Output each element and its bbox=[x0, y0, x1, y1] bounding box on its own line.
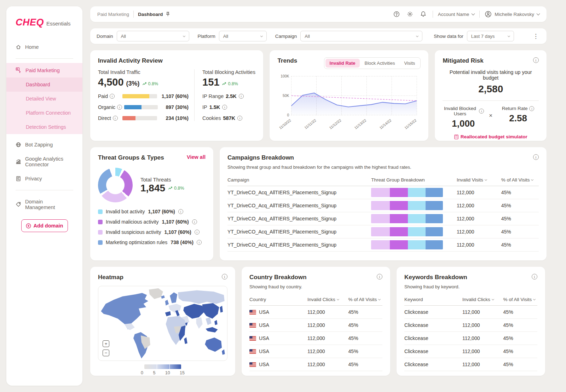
bar-track bbox=[122, 94, 157, 98]
table-row: USA 112,000 45% bbox=[249, 345, 382, 358]
period-select[interactable]: Last 7 days bbox=[467, 31, 514, 41]
more-options-icon[interactable]: ⋮ bbox=[531, 33, 540, 40]
sidebar-item-ga-connector[interactable]: Google Analytics Connector bbox=[6, 152, 82, 172]
zoom-in-button[interactable]: + bbox=[103, 340, 109, 347]
world-map[interactable]: + − bbox=[98, 286, 227, 361]
breadcrumb-paid-marketing[interactable]: Paid Marketing bbox=[97, 12, 129, 17]
total-blocking-value: 151 bbox=[202, 76, 219, 88]
info-icon[interactable] bbox=[479, 109, 484, 114]
risk-col-value: 1,000 bbox=[443, 118, 484, 129]
domain-select[interactable]: All bbox=[117, 31, 189, 41]
col-header-invalid-clicks[interactable]: Invalid Clicks bbox=[307, 297, 348, 302]
sidebar-item-domain-management[interactable]: Domain Management bbox=[6, 195, 82, 214]
sidebar-item-detailed-view[interactable]: Detailed View bbox=[6, 92, 82, 106]
country-table: Country Invalid Clicks % of All Visits U… bbox=[249, 294, 382, 371]
info-icon[interactable] bbox=[239, 94, 244, 99]
info-icon[interactable] bbox=[222, 105, 227, 110]
legend-swatch bbox=[98, 230, 103, 235]
sidebar-item-bot-zapping[interactable]: Bot Zapping bbox=[6, 138, 82, 152]
help-icon[interactable] bbox=[392, 10, 401, 18]
info-icon[interactable] bbox=[113, 116, 118, 121]
bar-chart-icon bbox=[16, 159, 21, 165]
card-subtitle: Showing threat group and fraud breakdown… bbox=[227, 165, 539, 170]
country-name: USA bbox=[259, 309, 269, 315]
gear-icon[interactable] bbox=[406, 10, 414, 18]
user-menu[interactable]: Michelle Rakovsky bbox=[485, 11, 539, 18]
info-icon[interactable] bbox=[377, 274, 382, 279]
col-header-country: Country bbox=[249, 297, 307, 302]
invalid-clicks-value: 112,000 bbox=[462, 309, 503, 315]
add-domain-button[interactable]: Add domain bbox=[21, 219, 68, 232]
usa-flag-icon bbox=[249, 362, 256, 367]
campaign-select[interactable]: All bbox=[300, 31, 422, 41]
info-icon[interactable] bbox=[195, 230, 200, 235]
legend-label: Invalid suspicious activity bbox=[106, 229, 161, 235]
svg-text:11/11/22: 11/11/22 bbox=[304, 118, 317, 130]
map-zoom-controls: + − bbox=[103, 340, 109, 356]
campaigns-table: Campaign Threat Group Breakdown Invalid … bbox=[227, 175, 539, 252]
total-threats-value: 1,845 bbox=[140, 183, 165, 194]
svg-text:11/13/22: 11/13/22 bbox=[354, 118, 367, 130]
budget-simulator-link[interactable]: Reallocated budget simulator bbox=[454, 134, 527, 139]
chevron-down-icon bbox=[183, 34, 185, 37]
trend-up-icon bbox=[222, 82, 226, 86]
info-icon[interactable] bbox=[197, 240, 202, 245]
info-icon[interactable] bbox=[237, 116, 242, 121]
risk-col-label: Invalid Blocked Users bbox=[443, 106, 477, 116]
trends-card: Trends Invalid Rate Block Activities Vis… bbox=[270, 50, 428, 141]
trends-tab-group: Invalid Rate Block Activities Visits bbox=[324, 57, 421, 69]
col-header-invalid-visits[interactable]: Invalid Visits bbox=[457, 177, 501, 183]
col-header-pct-visits[interactable]: % of All Visits bbox=[501, 177, 539, 183]
pct-visits-value: 45% bbox=[501, 242, 539, 248]
sidebar-item-detection-settings[interactable]: Detection Settings bbox=[6, 120, 82, 134]
tab-block-activities[interactable]: Block Activities bbox=[360, 59, 399, 68]
delta-value: 0.8% bbox=[228, 81, 238, 86]
chevron-down-icon bbox=[260, 34, 263, 37]
info-icon[interactable] bbox=[533, 57, 539, 63]
risk-value: 2,580 bbox=[443, 83, 539, 95]
pin-icon[interactable] bbox=[166, 12, 170, 17]
info-icon[interactable] bbox=[178, 209, 183, 214]
info-icon[interactable] bbox=[222, 274, 227, 279]
col-header-pct-visits[interactable]: % of All Visits bbox=[503, 297, 537, 302]
tab-visits[interactable]: Visits bbox=[400, 59, 420, 68]
info-icon[interactable] bbox=[117, 105, 122, 110]
sidebar-item-label: Domain Management bbox=[25, 199, 73, 210]
sidebar-item-platform-connection[interactable]: Platform Connection bbox=[6, 106, 82, 120]
platform-select[interactable]: All bbox=[219, 31, 267, 41]
bar-label: Paid bbox=[98, 93, 108, 99]
sidebar-item-dashboard[interactable]: Dashboard bbox=[6, 77, 82, 92]
sidebar-item-privacy[interactable]: Privacy bbox=[6, 172, 82, 186]
table-row: YT_DriveCO_Acq_AllTIERS_Placements_Signu… bbox=[227, 225, 539, 238]
info-icon[interactable] bbox=[533, 154, 539, 160]
threats-legend: Invalid bot activity 1,107 (60%) Invalid… bbox=[98, 209, 206, 245]
col-header-invalid-clicks[interactable]: Invalid Clicks bbox=[462, 297, 503, 302]
svg-text:50K: 50K bbox=[283, 94, 289, 98]
usa-flag-icon bbox=[249, 310, 256, 315]
info-icon[interactable] bbox=[532, 274, 537, 279]
world-map-svg bbox=[98, 286, 227, 361]
trend-delta: 0.8% bbox=[222, 81, 238, 86]
zoom-out-button[interactable]: − bbox=[103, 350, 109, 356]
calculator-icon bbox=[454, 134, 458, 139]
pct-visits-value: 45% bbox=[503, 348, 537, 354]
bar-fill bbox=[122, 116, 135, 120]
legend-value: 1,107 (60%) bbox=[164, 229, 191, 235]
legend-tick: 15 bbox=[180, 370, 185, 375]
legend-value: 738 (40%) bbox=[171, 240, 194, 245]
tab-invalid-rate[interactable]: Invalid Rate bbox=[325, 59, 360, 68]
bar-label: Organic bbox=[98, 104, 115, 110]
plus-circle-icon bbox=[26, 223, 31, 229]
account-selector[interactable]: Account Name bbox=[438, 12, 475, 17]
info-icon[interactable] bbox=[192, 219, 197, 224]
invalid-clicks-value: 112,000 bbox=[307, 309, 348, 315]
view-all-link[interactable]: View all bbox=[187, 154, 206, 160]
breadcrumb: Paid Marketing Dashboard bbox=[97, 11, 170, 18]
sidebar-item-paid-marketing[interactable]: Paid Marketing bbox=[6, 63, 82, 77]
bell-icon[interactable] bbox=[419, 10, 428, 18]
invalid-visits-value: 112,000 bbox=[457, 216, 501, 221]
sidebar-item-home[interactable]: Home bbox=[6, 40, 82, 54]
info-icon[interactable] bbox=[529, 106, 534, 111]
col-header-pct-visits[interactable]: % of All Visits bbox=[348, 297, 382, 302]
info-icon[interactable] bbox=[110, 94, 115, 99]
